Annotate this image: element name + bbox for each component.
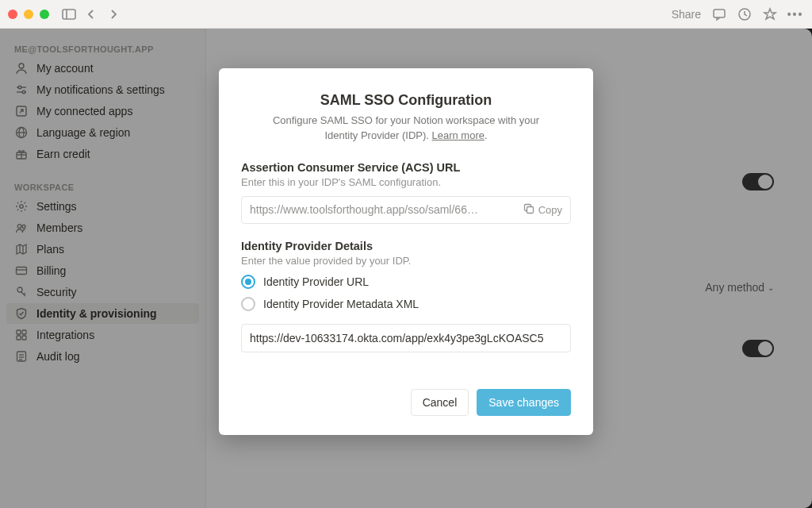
radio-idp-url[interactable]: Identity Provider URL: [241, 275, 571, 289]
updates-icon[interactable]: [737, 7, 752, 21]
window-close-button[interactable]: [8, 10, 17, 19]
copy-icon: [523, 203, 534, 217]
svg-rect-0: [63, 10, 75, 19]
svg-rect-30: [527, 206, 533, 213]
saml-sso-modal: SAML SSO Configuration Configure SAML SS…: [219, 68, 593, 435]
radio-idp-metadata-xml[interactable]: Identity Provider Metadata XML: [241, 297, 571, 311]
svg-rect-2: [714, 10, 725, 17]
modal-title: SAML SSO Configuration: [241, 92, 571, 109]
nav-forward-icon[interactable]: [106, 7, 121, 21]
acs-url-value: https://www.toolsforthought.app/sso/saml…: [250, 203, 517, 216]
idp-url-input[interactable]: [241, 324, 571, 352]
idp-section-desc: Enter the value provided by your IDP.: [241, 255, 571, 267]
radio-label: Identity Provider Metadata XML: [263, 298, 419, 310]
copy-button[interactable]: Copy: [523, 203, 562, 217]
radio-icon: [241, 297, 255, 311]
save-changes-button[interactable]: Save changes: [477, 389, 571, 416]
acs-section-desc: Enter this in your IDP's SAML configurat…: [241, 176, 571, 188]
modal-subtitle: Configure SAML SSO for your Notion works…: [260, 114, 552, 144]
window-zoom-button[interactable]: [40, 10, 49, 19]
favorite-icon[interactable]: [763, 7, 777, 21]
nav-back-icon[interactable]: [84, 7, 98, 21]
window-titlebar: Share •••: [0, 0, 812, 29]
modal-overlay[interactable]: SAML SSO Configuration Configure SAML SS…: [0, 29, 812, 508]
comments-icon[interactable]: [712, 7, 726, 21]
cancel-button[interactable]: Cancel: [411, 389, 469, 416]
more-icon[interactable]: •••: [788, 7, 802, 21]
acs-section-title: Assertion Consumer Service (ACS) URL: [241, 161, 571, 174]
learn-more-link[interactable]: Learn more: [432, 129, 485, 141]
window-minimize-button[interactable]: [24, 10, 33, 19]
sidebar-toggle-icon[interactable]: [62, 7, 76, 21]
share-button[interactable]: Share: [672, 8, 701, 21]
idp-section-title: Identity Provider Details: [241, 240, 571, 252]
app-window: ME@TOOLSFORTHOUGHT.APP My account My not…: [0, 29, 812, 508]
acs-url-field: https://www.toolsforthought.app/sso/saml…: [241, 196, 571, 224]
radio-icon: [241, 275, 255, 289]
radio-label: Identity Provider URL: [263, 275, 369, 288]
